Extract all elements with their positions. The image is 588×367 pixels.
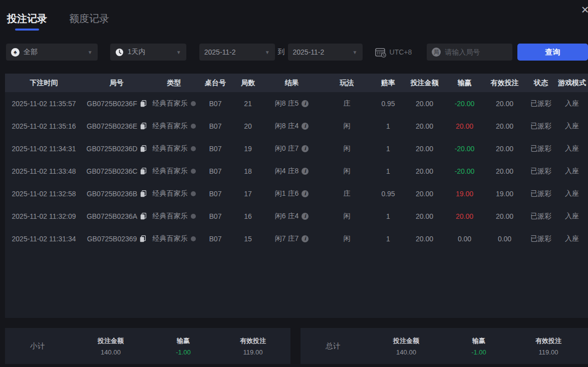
info-icon[interactable]: i [302, 190, 309, 197]
cell-odds: 1 [373, 122, 403, 130]
cell-round-no: 16 [233, 212, 263, 220]
result-text: 闲0 庄7 [275, 144, 299, 153]
cell-play-type: 闲 [321, 167, 373, 176]
total-bet-header: 投注金额 [366, 336, 447, 345]
cell-status: 已派彩 [526, 122, 556, 131]
date-from-select[interactable]: 2025-11-2 ▼ [199, 44, 275, 61]
copy-icon[interactable] [140, 168, 146, 175]
cell-game-mode: 入座 [556, 212, 588, 221]
total-winloss: 输赢 -1.00 [447, 336, 511, 356]
cell-game-mode: 入座 [556, 122, 588, 131]
cell-round-id: GB0725B0236A [83, 212, 150, 220]
game-type-text: 经典百家乐 [153, 122, 188, 131]
info-icon[interactable]: i [302, 145, 309, 152]
timezone-indicator: UTC+8 [375, 47, 412, 58]
table-row: 2025-11-02 11:34:31GB0725B0236D经典百家乐B071… [5, 137, 588, 160]
chevron-down-icon: ▼ [176, 50, 181, 55]
round-number-input[interactable] [445, 48, 507, 56]
table-row: 2025-11-02 11:31:34GB0725B02369经典百家乐B071… [5, 227, 588, 250]
cell-round-no: 20 [233, 122, 263, 130]
total-card: 总计 投注金额 140.00 输赢 -1.00 有效投注 119.00 [301, 328, 588, 364]
cell-valid-bet: 0.00 [483, 235, 526, 243]
result-text: 闲7 庄7 [275, 234, 299, 243]
cell-bet-amount: 20.00 [403, 100, 446, 108]
total-label: 总计 [301, 341, 366, 351]
cell-play-type: 闲 [321, 122, 373, 131]
cell-odds: 1 [373, 167, 403, 175]
cell-round-id: GB0725B02369 [83, 235, 150, 243]
game-type-select[interactable]: ♠ 全部 ▼ [6, 44, 98, 61]
cell-game-mode: 入座 [556, 167, 588, 176]
timezone-label: UTC+8 [390, 48, 412, 56]
result-text: 闲1 庄6 [275, 189, 299, 198]
cell-status: 已派彩 [526, 234, 556, 243]
copy-icon[interactable] [140, 145, 146, 152]
table-body: 2025-11-02 11:35:57GB0725B0236F经典百家乐B072… [5, 92, 588, 250]
tab-bet-records[interactable]: 投注记录 [7, 12, 47, 31]
column-header: 类型 [150, 79, 198, 88]
copy-icon[interactable] [140, 213, 146, 220]
cell-bet-time: 2025-11-02 11:32:58 [5, 190, 83, 198]
cell-table-no: B07 [198, 122, 233, 130]
cell-status: 已派彩 [526, 189, 556, 198]
cell-play-type: 闲 [321, 212, 373, 221]
close-icon[interactable]: × [577, 2, 588, 17]
cell-bet-time: 2025-11-02 11:33:48 [5, 167, 83, 175]
total-bet-amount: 投注金额 140.00 [366, 336, 447, 356]
cell-win-loss: -20.00 [446, 100, 483, 108]
cell-table-no: B07 [198, 167, 233, 175]
round-id-text: GB0725B02369 [87, 235, 137, 243]
tab-quota-records[interactable]: 额度记录 [69, 12, 109, 31]
filter-bar: ♠ 全部 ▼ 1天内 ▼ 2025-11-2 ▼ 到 2025-11-2 ▼ [6, 44, 588, 61]
game-status-dot-icon [191, 124, 196, 129]
cell-valid-bet: 19.00 [483, 190, 526, 198]
cell-bet-time: 2025-11-02 11:31:34 [5, 235, 83, 243]
cell-game-type: 经典百家乐 [150, 234, 198, 243]
subtotal-bet-header: 投注金额 [70, 336, 151, 345]
date-to-label: 到 [275, 48, 288, 57]
table-row: 2025-11-02 11:35:57GB0725B0236F经典百家乐B072… [5, 92, 588, 115]
round-badge-icon: 局 [432, 48, 441, 57]
subtotal-winloss-value: -1.00 [151, 348, 215, 356]
cell-odds: 0.95 [373, 100, 403, 108]
column-header: 投注金额 [403, 79, 446, 88]
cell-table-no: B07 [198, 100, 233, 108]
cell-game-mode: 入座 [556, 234, 588, 243]
cell-valid-bet: 20.00 [483, 100, 526, 108]
cell-table-no: B07 [198, 235, 233, 243]
copy-icon[interactable] [140, 123, 146, 130]
game-status-dot-icon [191, 169, 196, 174]
info-icon[interactable]: i [302, 100, 309, 107]
column-header: 局号 [83, 79, 150, 88]
info-icon[interactable]: i [302, 213, 309, 220]
copy-icon[interactable] [140, 235, 146, 242]
column-header: 赔率 [373, 79, 403, 88]
game-status-dot-icon [191, 146, 196, 151]
cell-result: 闲6 庄4i [263, 212, 321, 221]
info-icon[interactable]: i [302, 235, 309, 242]
game-type-text: 经典百家乐 [153, 212, 188, 221]
game-type-text: 经典百家乐 [153, 99, 188, 108]
subtotal-winloss-header: 输赢 [151, 336, 215, 345]
info-icon[interactable]: i [302, 168, 309, 175]
result-text: 闲4 庄8 [275, 167, 299, 176]
subtotal-label: 小计 [5, 341, 70, 351]
game-type-text: 经典百家乐 [153, 144, 188, 153]
round-number-field[interactable]: 局 [427, 44, 512, 61]
cell-round-no: 21 [233, 100, 263, 108]
column-header: 状态 [526, 79, 556, 88]
copy-icon[interactable] [140, 100, 146, 107]
date-to-select[interactable]: 2025-11-2 ▼ [288, 44, 363, 61]
info-icon[interactable]: i [302, 123, 309, 130]
result-text: 闲6 庄4 [275, 212, 299, 221]
cell-table-no: B07 [198, 212, 233, 220]
cell-status: 已派彩 [526, 212, 556, 221]
tab-bar: 投注记录 额度记录 [7, 12, 109, 31]
cell-valid-bet: 20.00 [483, 122, 526, 130]
time-range-select[interactable]: 1天内 ▼ [110, 44, 186, 61]
date-from-value: 2025-11-2 [204, 48, 236, 56]
chevron-down-icon: ▼ [353, 50, 358, 55]
search-button[interactable]: 查询 [517, 44, 588, 61]
copy-icon[interactable] [140, 190, 146, 197]
table-row: 2025-11-02 11:32:58GB0725B0236B经典百家乐B071… [5, 182, 588, 205]
